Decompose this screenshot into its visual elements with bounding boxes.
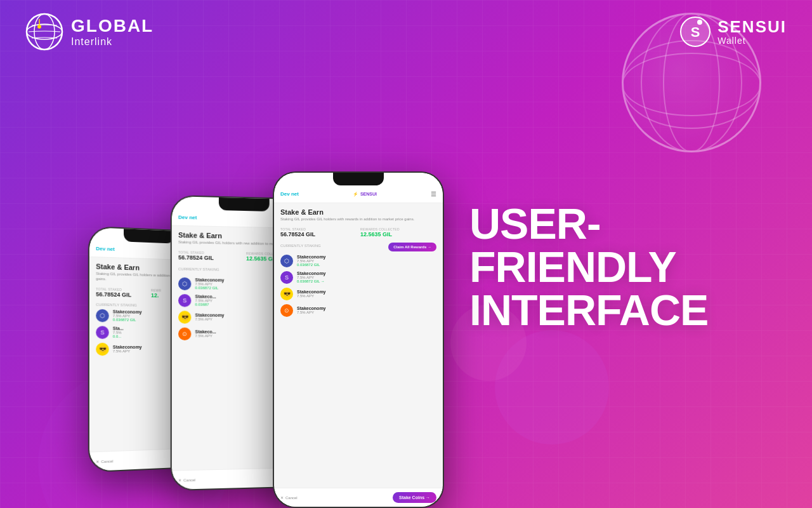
sensui-wallet-logo: S SENSUI Wallet <box>679 16 787 48</box>
phone-front-rewards: REWARDS COLLECTED 12.5635 GIL <box>360 227 436 237</box>
phone-front-rewards-value: 12.5635 GIL <box>360 231 436 237</box>
cancel-button-back[interactable]: ✕ Cancel <box>96 458 113 464</box>
phone-back-notch <box>124 229 174 243</box>
phone-front-item-3: 😎 Stakeconomy 7.5% APY <box>280 288 436 300</box>
phone-front-title: Stake & Earn <box>280 208 436 216</box>
phone-mid-staking-label: CURRENTLY STAKING <box>178 267 219 271</box>
globe-icon <box>25 13 63 51</box>
staking-front-info-3: Stakeconomy 7.5% APY <box>297 290 436 298</box>
cancel-label-front: Cancel <box>285 496 298 500</box>
top-bar: GLOBAL Interlink S SENSUI Wallet <box>0 0 812 64</box>
phone-back-total-staked: TOTAL STAKED 56.78524 GIL <box>96 287 147 298</box>
token-mid-4: ⊙ <box>178 328 191 340</box>
global-interlink-text: GLOBAL Interlink <box>71 17 154 47</box>
phone-front-footer: ✕ Cancel Stake Coins → <box>274 488 443 507</box>
svg-text:S: S <box>691 24 700 40</box>
phone-front-item-4: ⊙ Stakeconomy 7.5% APY <box>280 304 436 317</box>
phone-front: Dev net ⚡ SENSUI ☰ Stake & Earn Staking … <box>273 171 444 508</box>
staking-front-info-4: Stakeconomy 7.5% APY <box>297 306 436 314</box>
stake-button-front[interactable]: Stake Coins → <box>393 492 436 503</box>
phone-mid-devnet: Dev net <box>178 215 197 221</box>
phone-front-item-2: S Stakeconomy 7.5% APY 0.036872 GIL → <box>280 271 436 284</box>
cancel-button-front[interactable]: ✕ Cancel <box>280 495 298 500</box>
token-mid-3: 😎 <box>178 311 191 323</box>
token-mid-1: ⬡ <box>178 277 191 290</box>
hero-line-2: INTERFACE <box>469 288 761 331</box>
cancel-button-mid[interactable]: ✕ Cancel <box>178 478 195 483</box>
phone-front-staked-value: 56.78524 GIL <box>280 231 357 237</box>
brand-name: GLOBAL <box>71 17 154 36</box>
token-mid-2: S <box>178 294 191 307</box>
staking-front-info-1: Stakeconomy 7.5% APY 0.036872 GIL <box>297 255 436 267</box>
sensui-icon: S <box>679 16 711 48</box>
token-front-4: ⊙ <box>280 304 293 317</box>
phone-front-content: Dev net ⚡ SENSUI ☰ Stake & Earn Staking … <box>274 173 443 507</box>
phone-front-screen: Dev net ⚡ SENSUI ☰ Stake & Earn Staking … <box>274 173 443 507</box>
token-front-3: 😎 <box>280 288 293 300</box>
phone-front-item-1: ⬡ Stakeconomy 7.5% APY 0.036872 GIL <box>280 255 436 267</box>
hero-content: USER-FRIENDLY INTERFACE <box>457 202 761 331</box>
phone-front-menu[interactable]: ☰ <box>431 190 436 197</box>
phone-front-notch <box>333 173 384 185</box>
claim-button-front[interactable]: Claim All Rewards → <box>388 243 436 251</box>
token-front-1: ⬡ <box>280 255 293 267</box>
phones-container: Dev net ⚡ SENSUI Stake & Earn Staking GI… <box>89 64 457 508</box>
sensui-brand: SENSUI <box>717 18 787 36</box>
token-icon-s: S <box>96 326 108 338</box>
phone-front-staking-label: CURRENTLY STAKING <box>280 244 321 248</box>
svg-point-1 <box>34 14 55 50</box>
token-front-2: S <box>280 271 293 284</box>
cancel-label-mid: Cancel <box>183 478 195 482</box>
phone-front-logo: ⚡ SENSUI <box>353 192 377 197</box>
hero-line-1: USER-FRIENDLY <box>469 202 761 288</box>
phone-back-staked-value: 56.78524 GIL <box>96 291 147 298</box>
cancel-label-back: Cancel <box>101 459 113 464</box>
hero-title: USER-FRIENDLY INTERFACE <box>469 202 761 331</box>
global-interlink-logo: GLOBAL Interlink <box>25 13 154 51</box>
phone-mid-staked-value: 56.78524 GIL <box>178 254 242 262</box>
brand-sub: Interlink <box>71 36 154 48</box>
phone-front-subtitle: Staking GIL provides GIL holders with re… <box>280 217 436 222</box>
sensui-text: SENSUI Wallet <box>717 18 787 46</box>
sensui-sub: Wallet <box>717 36 787 46</box>
phone-front-devnet: Dev net <box>280 191 299 197</box>
phone-front-total-staked: TOTAL STAKED 56.78524 GIL <box>280 227 357 237</box>
phone-back-devnet: Dev net <box>96 246 115 252</box>
staking-front-info-2: Stakeconomy 7.5% APY 0.036872 GIL → <box>297 271 436 283</box>
token-icon-yellow: 😎 <box>96 342 108 355</box>
token-icon-stakeconomy-1: ⬡ <box>96 309 108 322</box>
phone-mid-notch <box>219 197 270 211</box>
phone-front-body: Stake & Earn Staking GIL provides GIL ho… <box>274 203 443 488</box>
phone-front-stats: TOTAL STAKED 56.78524 GIL REWARDS COLLEC… <box>280 227 436 237</box>
phone-mid-total-staked: TOTAL STAKED 56.78524 GIL <box>178 250 242 262</box>
svg-point-7 <box>697 20 702 25</box>
